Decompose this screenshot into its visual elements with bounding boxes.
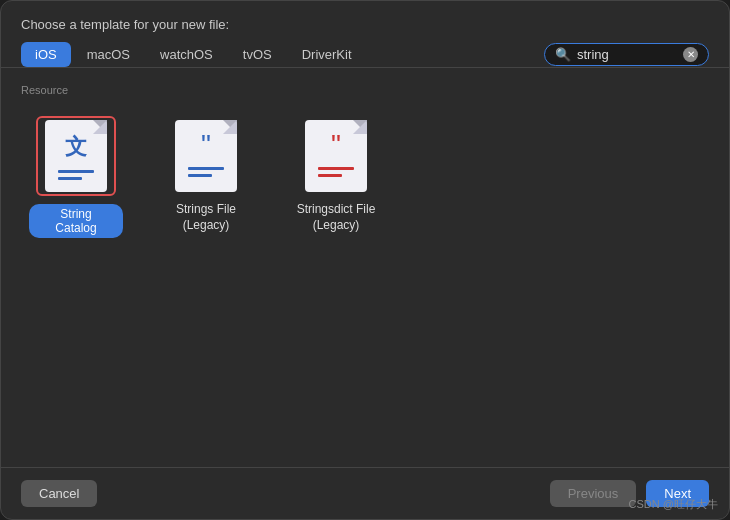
stringsdict-file-doc-icon: " <box>305 120 367 192</box>
template-item-stringsdict-file[interactable]: " Stringsdict File(Legacy) <box>281 108 391 246</box>
stringsdict-file-lines <box>318 167 354 177</box>
search-container: 🔍 ✕ <box>544 43 709 66</box>
template-item-string-catalog[interactable]: 文 String Catalog <box>21 108 131 246</box>
strings-file-label: Strings File(Legacy) <box>176 202 236 233</box>
template-dialog: Choose a template for your new file: iOS… <box>0 0 730 520</box>
strings-file-lines <box>188 167 224 177</box>
tab-watchos[interactable]: watchOS <box>146 42 227 67</box>
strings-file-icon-wrapper: " <box>166 116 246 196</box>
string-catalog-doc-icon: 文 <box>45 120 107 192</box>
tab-bar: iOS macOS watchOS tvOS DriverKit 🔍 ✕ <box>21 42 709 67</box>
doc-line-5 <box>318 167 354 170</box>
stringsdict-file-label: Stringsdict File(Legacy) <box>297 202 376 233</box>
dialog-title: Choose a template for your new file: <box>21 17 709 32</box>
string-catalog-lines <box>58 170 94 180</box>
content-area: Resource 文 String Catalog <box>1 68 729 467</box>
tab-tvos[interactable]: tvOS <box>229 42 286 67</box>
watermark: CSDN @旺仔大牛 <box>629 497 718 512</box>
section-label: Resource <box>21 84 709 96</box>
doc-line-1 <box>58 170 94 173</box>
dialog-header: Choose a template for your new file: iOS… <box>1 1 729 67</box>
doc-line-3 <box>188 167 224 170</box>
search-clear-button[interactable]: ✕ <box>683 47 698 62</box>
string-catalog-label: String Catalog <box>29 204 123 238</box>
template-item-strings-file[interactable]: " Strings File(Legacy) <box>151 108 261 246</box>
strings-file-symbol: " <box>201 131 211 159</box>
cancel-button[interactable]: Cancel <box>21 480 97 507</box>
templates-grid: 文 String Catalog " <box>21 108 709 246</box>
doc-line-2 <box>58 177 82 180</box>
doc-line-6 <box>318 174 342 177</box>
search-input[interactable] <box>577 47 677 62</box>
string-catalog-symbol: 文 <box>65 132 87 162</box>
tab-ios[interactable]: iOS <box>21 42 71 67</box>
stringsdict-file-icon-wrapper: " <box>296 116 376 196</box>
tab-driverkit[interactable]: DriverKit <box>288 42 366 67</box>
tab-macos[interactable]: macOS <box>73 42 144 67</box>
search-icon: 🔍 <box>555 47 571 62</box>
doc-line-4 <box>188 174 212 177</box>
stringsdict-file-symbol: " <box>331 131 341 159</box>
previous-button[interactable]: Previous <box>550 480 637 507</box>
dialog-footer: Cancel Previous Next <box>1 467 729 519</box>
string-catalog-icon-wrapper: 文 <box>36 116 116 196</box>
strings-file-doc-icon: " <box>175 120 237 192</box>
